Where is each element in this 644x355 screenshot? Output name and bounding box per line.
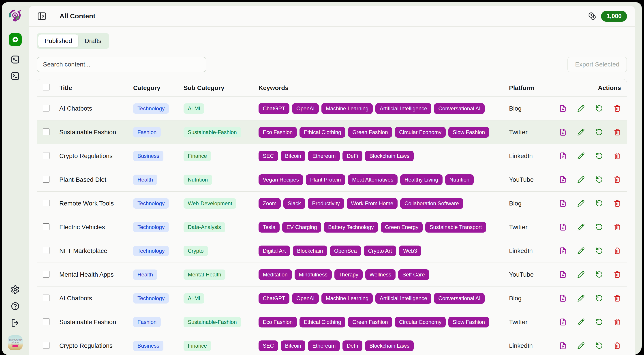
restore-button[interactable] — [596, 294, 603, 302]
keyword-pill: Ethical Clothing — [300, 127, 346, 138]
category-pill: Business — [133, 151, 164, 161]
restore-button[interactable] — [596, 271, 603, 278]
edit-button[interactable] — [577, 200, 585, 207]
table-header-row: Title Category Sub Category Keywords Pla… — [37, 79, 627, 97]
delete-button[interactable] — [614, 176, 621, 183]
delete-button[interactable] — [614, 128, 621, 136]
keyword-pill: Green Fashion — [348, 127, 392, 138]
delete-button[interactable] — [614, 318, 621, 326]
edit-button[interactable] — [577, 294, 585, 302]
row-title: Crypto Regulations — [59, 152, 133, 160]
sidebar-toggle-button[interactable] — [37, 11, 47, 21]
search-input[interactable] — [37, 57, 206, 72]
download-button[interactable] — [559, 200, 566, 207]
restore-button[interactable] — [596, 318, 603, 326]
sidebar-item-settings[interactable] — [10, 284, 20, 295]
category-pill: Business — [133, 341, 164, 351]
tab-published[interactable]: Published — [38, 34, 78, 48]
restore-button[interactable] — [596, 152, 603, 160]
download-button[interactable] — [559, 152, 566, 160]
category-pill: Fashion — [133, 317, 161, 327]
delete-button[interactable] — [614, 200, 621, 207]
keyword-pill: Mindfulness — [294, 269, 332, 280]
delete-button[interactable] — [614, 224, 621, 231]
edit-button[interactable] — [577, 152, 585, 160]
header-bar: All Content 1,000 — [37, 6, 627, 26]
download-button[interactable] — [559, 271, 566, 278]
restore-button[interactable] — [596, 200, 603, 207]
edit-button[interactable] — [577, 271, 585, 278]
select-all-checkbox[interactable] — [43, 84, 50, 90]
row-title: AI Chatbots — [59, 295, 133, 302]
restore-button[interactable] — [596, 176, 603, 183]
table-row: Crypto Regulations Business Finance SECB… — [37, 144, 627, 168]
sub-category-pill: Sustainable-Fashion — [184, 127, 241, 138]
keyword-pill: Tesla — [258, 222, 280, 232]
edit-button[interactable] — [577, 247, 585, 254]
delete-button[interactable] — [614, 152, 621, 160]
edit-button[interactable] — [577, 318, 585, 326]
sidebar-item-logout[interactable] — [10, 318, 20, 328]
restore-button[interactable] — [596, 247, 603, 254]
sub-category-pill: Sustainable-Fashion — [184, 317, 241, 327]
edit-button[interactable] — [577, 224, 585, 231]
rotate-ccw-icon — [596, 294, 603, 302]
header-divider — [53, 12, 53, 20]
sidebar-item-terminal-2[interactable] — [10, 71, 20, 82]
row-checkbox[interactable] — [43, 224, 50, 230]
keyword-pill: DeFi — [342, 151, 362, 162]
download-button[interactable] — [559, 294, 566, 302]
keyword-pill: Blockchain Laws — [365, 340, 414, 351]
trash-icon — [614, 318, 621, 326]
row-checkbox[interactable] — [43, 294, 50, 301]
delete-button[interactable] — [614, 271, 621, 278]
avatar[interactable]: BECAUSE OF YOUR SMILE, YOU MAKE LIFE MOR… — [8, 335, 22, 350]
create-content-button[interactable] — [9, 33, 22, 46]
row-checkbox[interactable] — [43, 271, 50, 278]
sidebar-item-help[interactable] — [10, 301, 20, 312]
download-button[interactable] — [559, 176, 566, 183]
tab-drafts[interactable]: Drafts — [78, 34, 108, 48]
sidebar-item-terminal-1[interactable] — [10, 54, 20, 65]
row-title: Sustainable Fashion — [59, 129, 133, 136]
row-checkbox[interactable] — [43, 152, 50, 159]
export-selected-button[interactable]: Export Selected — [568, 57, 627, 72]
row-checkbox[interactable] — [43, 176, 50, 183]
pencil-icon — [577, 224, 585, 231]
edit-button[interactable] — [577, 342, 585, 350]
row-actions — [552, 224, 621, 231]
row-checkbox[interactable] — [43, 105, 50, 112]
row-checkbox[interactable] — [43, 247, 50, 254]
row-checkbox[interactable] — [43, 318, 50, 325]
keyword-pill: Digital Art — [258, 246, 290, 256]
restore-button[interactable] — [596, 128, 603, 136]
trash-icon — [614, 105, 621, 112]
row-platform: Blog — [509, 200, 552, 207]
row-checkbox[interactable] — [43, 342, 50, 349]
download-button[interactable] — [559, 342, 566, 350]
download-button[interactable] — [559, 128, 566, 136]
edit-button[interactable] — [577, 128, 585, 136]
download-button[interactable] — [559, 247, 566, 254]
keyword-pill: Ethical Clothing — [300, 317, 346, 328]
delete-button[interactable] — [614, 294, 621, 302]
delete-button[interactable] — [614, 247, 621, 254]
keyword-pill: Crypto Art — [364, 246, 396, 256]
download-button[interactable] — [559, 224, 566, 231]
trash-icon — [614, 128, 621, 136]
restore-button[interactable] — [596, 342, 603, 350]
restore-button[interactable] — [596, 105, 603, 112]
delete-button[interactable] — [614, 105, 621, 112]
download-button[interactable] — [559, 105, 566, 112]
avatar-caption: BECAUSE OF YOUR SMILE, YOU MAKE LIFE MOR… — [8, 339, 22, 345]
row-checkbox[interactable] — [43, 200, 50, 206]
restore-button[interactable] — [596, 224, 603, 231]
edit-button[interactable] — [577, 176, 585, 183]
edit-button[interactable] — [577, 105, 585, 112]
trash-icon — [614, 224, 621, 231]
delete-button[interactable] — [614, 342, 621, 350]
download-button[interactable] — [559, 318, 566, 326]
plus-circle-icon — [12, 36, 19, 44]
trash-icon — [614, 200, 621, 207]
row-checkbox[interactable] — [43, 128, 50, 135]
